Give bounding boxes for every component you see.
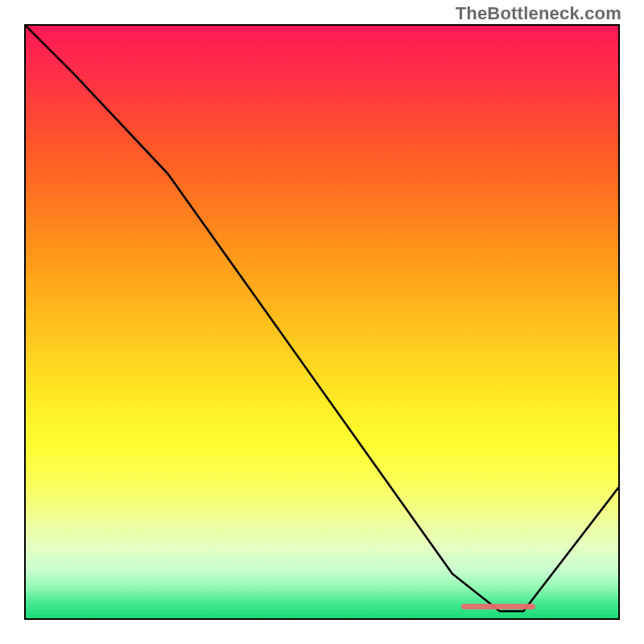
- watermark-text: TheBottleneck.com: [456, 3, 621, 24]
- bottleneck-curve: [26, 26, 618, 618]
- curve-path: [26, 26, 618, 611]
- optimal-range-marker: [461, 604, 535, 609]
- plot-area: [24, 24, 620, 620]
- chart-stage: TheBottleneck.com: [0, 0, 644, 644]
